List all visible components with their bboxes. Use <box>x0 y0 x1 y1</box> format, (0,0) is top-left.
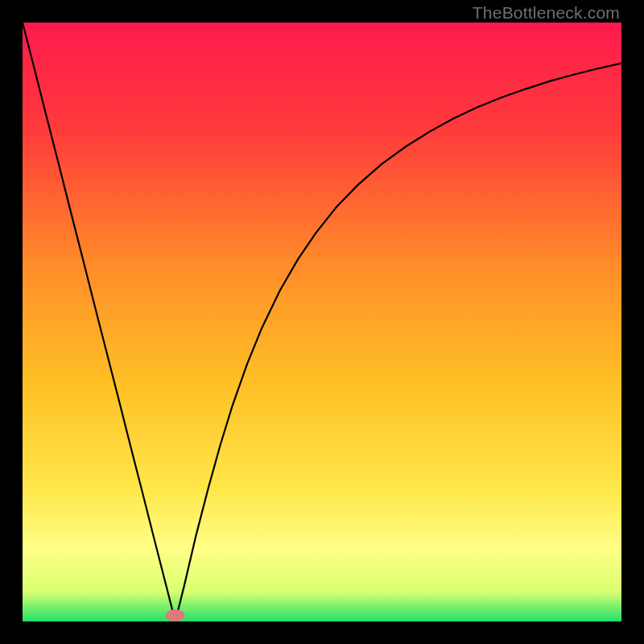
gradient-background <box>23 23 621 621</box>
optimal-point-marker <box>166 609 185 621</box>
chart-frame <box>23 23 621 621</box>
watermark-text: TheBottleneck.com <box>473 3 620 23</box>
bottleneck-chart <box>23 23 621 621</box>
